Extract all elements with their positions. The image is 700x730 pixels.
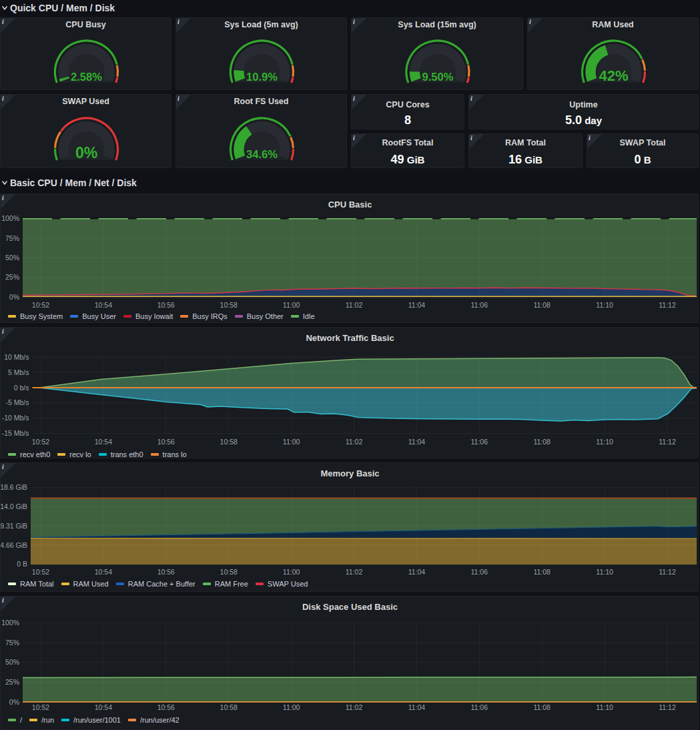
svg-text:11:12: 11:12 <box>659 703 676 711</box>
svg-text:11:12: 11:12 <box>659 438 676 446</box>
svg-text:100%: 100% <box>1 214 19 222</box>
svg-text:75%: 75% <box>5 234 19 242</box>
svg-text:-5 Mb/s: -5 Mb/s <box>5 398 29 406</box>
svg-text:10:58: 10:58 <box>220 568 238 576</box>
svg-text:5 Mb/s: 5 Mb/s <box>8 368 29 376</box>
svg-text:9.50%: 9.50% <box>422 71 454 83</box>
svg-text:25%: 25% <box>5 678 19 686</box>
svg-text:11:00: 11:00 <box>283 438 300 446</box>
svg-text:11:04: 11:04 <box>408 703 426 711</box>
svg-text:100%: 100% <box>1 619 19 627</box>
svg-text:10:58: 10:58 <box>220 438 238 446</box>
svg-text:11:08: 11:08 <box>533 438 551 446</box>
svg-text:10:56: 10:56 <box>157 301 175 309</box>
svg-text:0%: 0% <box>9 698 19 706</box>
svg-text:-10 Mb/s: -10 Mb/s <box>2 414 29 422</box>
svg-text:42%: 42% <box>599 67 628 84</box>
svg-text:10:56: 10:56 <box>157 568 175 576</box>
svg-text:11:12: 11:12 <box>659 301 676 309</box>
svg-text:75%: 75% <box>5 639 19 647</box>
svg-text:34.6%: 34.6% <box>246 148 278 160</box>
svg-text:11:10: 11:10 <box>596 703 613 711</box>
svg-text:11:04: 11:04 <box>408 301 426 309</box>
svg-text:10:52: 10:52 <box>32 703 49 711</box>
svg-text:11:10: 11:10 <box>596 568 613 576</box>
svg-text:25%: 25% <box>5 273 19 281</box>
svg-text:10:58: 10:58 <box>220 301 238 309</box>
svg-text:11:00: 11:00 <box>283 301 300 309</box>
svg-text:11:10: 11:10 <box>596 301 613 309</box>
svg-text:10:56: 10:56 <box>157 703 175 711</box>
svg-text:11:02: 11:02 <box>346 703 363 711</box>
svg-text:11:08: 11:08 <box>533 301 551 309</box>
svg-text:11:12: 11:12 <box>659 568 676 576</box>
svg-text:0 b/s: 0 b/s <box>14 384 29 392</box>
svg-text:11:06: 11:06 <box>471 568 488 576</box>
svg-text:10:54: 10:54 <box>95 568 112 576</box>
svg-text:11:00: 11:00 <box>283 568 300 576</box>
svg-text:10:52: 10:52 <box>32 438 49 446</box>
svg-text:11:08: 11:08 <box>533 568 551 576</box>
svg-text:0%: 0% <box>9 293 19 301</box>
svg-text:Memory Basic: Memory Basic <box>320 468 379 478</box>
svg-text:11:04: 11:04 <box>408 568 426 576</box>
svg-text:4.66 GiB: 4.66 GiB <box>1 541 27 549</box>
svg-text:14.0 GiB: 14.0 GiB <box>1 502 27 510</box>
svg-text:0%: 0% <box>75 144 97 161</box>
svg-text:11:06: 11:06 <box>471 703 488 711</box>
svg-text:2.58%: 2.58% <box>71 71 102 83</box>
svg-text:0 B: 0 B <box>17 560 27 568</box>
svg-text:11:02: 11:02 <box>346 301 363 309</box>
svg-text:11:08: 11:08 <box>533 703 551 711</box>
svg-text:11:06: 11:06 <box>471 301 488 309</box>
svg-text:11:02: 11:02 <box>346 438 363 446</box>
svg-text:11:04: 11:04 <box>408 438 426 446</box>
svg-text:10:54: 10:54 <box>95 703 112 711</box>
svg-text:10:54: 10:54 <box>95 438 112 446</box>
svg-text:11:00: 11:00 <box>283 703 300 711</box>
svg-text:10 Mb/s: 10 Mb/s <box>4 353 29 361</box>
svg-text:10:54: 10:54 <box>95 301 112 309</box>
svg-text:18.6 GiB: 18.6 GiB <box>1 483 27 491</box>
svg-text:10:52: 10:52 <box>32 568 49 576</box>
svg-text:11:06: 11:06 <box>471 438 488 446</box>
svg-text:9.31 GiB: 9.31 GiB <box>1 522 27 530</box>
svg-text:CPU Basic: CPU Basic <box>328 200 372 210</box>
svg-text:Disk Space Used Basic: Disk Space Used Basic <box>302 602 398 612</box>
svg-text:10.9%: 10.9% <box>246 71 278 83</box>
svg-text:11:02: 11:02 <box>346 568 363 576</box>
svg-text:Network Traffic Basic: Network Traffic Basic <box>306 333 394 343</box>
svg-text:10:56: 10:56 <box>157 438 175 446</box>
svg-text:50%: 50% <box>5 658 19 666</box>
svg-text:11:10: 11:10 <box>596 438 613 446</box>
svg-text:50%: 50% <box>5 254 19 262</box>
svg-text:10:52: 10:52 <box>32 301 49 309</box>
svg-text:10:58: 10:58 <box>220 703 238 711</box>
svg-text:-15 Mb/s: -15 Mb/s <box>2 429 29 437</box>
